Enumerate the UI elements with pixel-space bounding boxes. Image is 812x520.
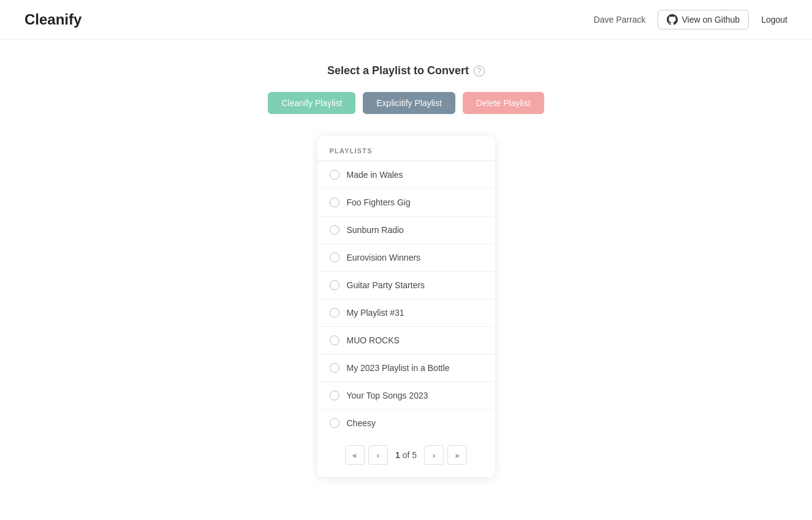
github-icon (667, 14, 678, 25)
github-button[interactable]: View on Github (658, 10, 749, 29)
logo: Cleanify (25, 11, 82, 28)
first-page-button[interactable]: « (345, 445, 365, 465)
github-label: View on Github (681, 15, 740, 25)
playlist-item[interactable]: MUO ROCKS (317, 327, 495, 354)
prev-page-button[interactable]: ‹ (368, 445, 388, 465)
radio-circle (330, 418, 340, 428)
playlist-item[interactable]: My Playlist #31 (317, 299, 495, 327)
radio-circle (330, 391, 340, 400)
playlist-item[interactable]: My 2023 Playlist in a Bottle (317, 354, 495, 382)
playlist-item[interactable]: Made in Wales (317, 161, 495, 189)
radio-circle (330, 170, 340, 180)
page-title: Select a Playlist to Convert (327, 64, 469, 77)
cleanify-playlist-button[interactable]: Cleanify Playlist (268, 92, 355, 114)
radio-circle (330, 308, 340, 318)
radio-circle (330, 280, 340, 290)
playlist-name: Your Top Songs 2023 (347, 391, 428, 400)
playlist-name: MUO ROCKS (347, 335, 400, 345)
username: Dave Parrack (594, 15, 646, 25)
explicitify-playlist-button[interactable]: Explicitify Playlist (363, 92, 455, 114)
help-icon[interactable]: ? (474, 66, 485, 77)
header: Cleanify Dave Parrack View on Github Log… (0, 0, 812, 40)
playlist-name: Cheesy (347, 418, 376, 428)
current-page: 1 (395, 450, 400, 460)
playlist-item[interactable]: Eurovision Winners (317, 244, 495, 272)
next-page-button[interactable]: › (424, 445, 444, 465)
main-content: Select a Playlist to Convert ? Cleanify … (0, 40, 812, 477)
radio-circle (330, 197, 340, 207)
radio-circle (330, 363, 340, 373)
last-page-button[interactable]: » (447, 445, 467, 465)
of-label: of (403, 450, 412, 460)
playlist-item[interactable]: Your Top Songs 2023 (317, 382, 495, 410)
radio-circle (330, 225, 340, 235)
playlists-header: PLAYLISTS (317, 136, 495, 161)
total-pages: 5 (412, 450, 417, 460)
radio-circle (330, 335, 340, 345)
action-buttons: Cleanify Playlist Explicitify Playlist D… (268, 92, 544, 114)
playlist-name: Guitar Party Starters (347, 280, 425, 290)
playlist-name: Made in Wales (347, 170, 403, 180)
logout-button[interactable]: Logout (761, 15, 787, 25)
playlist-name: Sunburn Radio (347, 225, 404, 235)
playlist-item[interactable]: Sunburn Radio (317, 216, 495, 244)
playlist-item[interactable]: Guitar Party Starters (317, 272, 495, 299)
page-info: 1 of 5 (392, 450, 420, 460)
header-right: Dave Parrack View on Github Logout (594, 10, 787, 29)
playlist-card: PLAYLISTS Made in WalesFoo Fighters GigS… (317, 136, 495, 477)
playlist-name: My 2023 Playlist in a Bottle (347, 363, 450, 373)
playlist-item[interactable]: Foo Fighters Gig (317, 189, 495, 216)
pagination: « ‹ 1 of 5 › » (317, 437, 495, 467)
playlist-list: Made in WalesFoo Fighters GigSunburn Rad… (317, 161, 495, 437)
playlist-name: My Playlist #31 (347, 308, 404, 318)
delete-playlist-button[interactable]: Delete Playlist (463, 92, 544, 114)
playlist-item[interactable]: Cheesy (317, 410, 495, 437)
page-title-row: Select a Playlist to Convert ? (327, 64, 485, 77)
radio-circle (330, 253, 340, 262)
playlist-name: Eurovision Winners (347, 253, 421, 262)
playlist-name: Foo Fighters Gig (347, 197, 411, 207)
